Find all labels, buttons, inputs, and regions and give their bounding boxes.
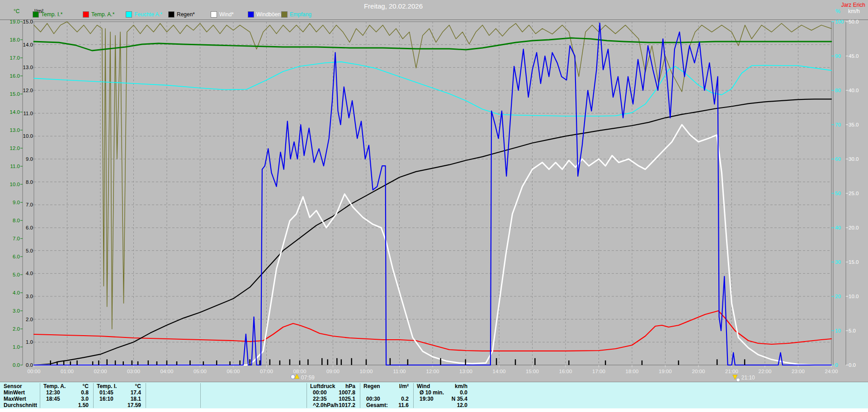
svg-text:15:00: 15:00 <box>526 369 539 374</box>
svg-text:6.0: 6.0 <box>13 254 20 259</box>
stat-value: 0.0 <box>415 389 467 396</box>
stat-value: 1007.8 <box>308 389 355 396</box>
svg-text:7.0: 7.0 <box>26 202 33 207</box>
svg-text:06:00: 06:00 <box>227 369 240 374</box>
svg-text:20.0: 20.0 <box>849 225 859 230</box>
svg-text:80: 80 <box>835 88 841 93</box>
axis-wind-right: 0.05.010.015.020.025.030.035.040.045.050… <box>846 19 859 368</box>
svg-text:3.0: 3.0 <box>13 308 20 314</box>
bottom-strip <box>0 408 868 412</box>
svg-text:40: 40 <box>835 225 841 230</box>
stat-value: 0.2 <box>362 396 409 402</box>
svg-text:5.0: 5.0 <box>26 248 33 253</box>
stat-value: N 35.4 <box>415 396 467 402</box>
svg-text:03:00: 03:00 <box>127 369 140 374</box>
svg-text:40.0: 40.0 <box>849 88 859 93</box>
table-separator <box>146 383 146 408</box>
svg-text:09:00: 09:00 <box>326 369 340 374</box>
svg-text:4.0: 4.0 <box>26 271 33 276</box>
svg-text:70: 70 <box>835 122 841 127</box>
svg-text:7.0: 7.0 <box>13 236 20 241</box>
svg-text:100: 100 <box>835 19 844 24</box>
svg-text:1.0: 1.0 <box>26 339 33 345</box>
grid <box>34 22 831 365</box>
stat-value: 17.4 <box>95 389 141 396</box>
svg-text:0: 0 <box>835 362 838 368</box>
weather-app-window: Freitag, 20.02.2026 Jarz Erich °C l/m² %… <box>0 0 868 412</box>
svg-text:14.0: 14.0 <box>23 42 33 47</box>
svg-text:20: 20 <box>835 294 841 299</box>
svg-text:12.0: 12.0 <box>10 145 20 151</box>
svg-text:14.0: 14.0 <box>10 109 20 115</box>
svg-text:08:00: 08:00 <box>293 369 307 374</box>
stat-row-label: Sensor <box>4 383 22 389</box>
svg-text:10:00: 10:00 <box>360 369 373 374</box>
svg-text:23:00: 23:00 <box>792 369 805 374</box>
svg-text:07:59: 07:59 <box>301 375 315 381</box>
svg-text:0.0: 0.0 <box>26 362 33 368</box>
svg-text:11.0: 11.0 <box>23 111 33 116</box>
svg-text:11.0: 11.0 <box>10 164 20 169</box>
stat-value: 1017.2 <box>308 402 355 408</box>
svg-text:6.0: 6.0 <box>26 225 33 230</box>
svg-text:01:00: 01:00 <box>61 369 74 374</box>
stat-row-label: Durchschnitt <box>4 402 37 408</box>
svg-text:17:00: 17:00 <box>592 369 605 374</box>
svg-text:10: 10 <box>835 328 841 333</box>
svg-text:15.0: 15.0 <box>10 91 20 97</box>
stat-row-label: MinWert <box>4 389 25 396</box>
stat-col-unit: km/h <box>415 383 467 389</box>
stat-col-unit: l/m² <box>362 383 409 389</box>
svg-text:15.0: 15.0 <box>849 259 859 265</box>
table-separator <box>360 383 360 408</box>
sunset-marker: 21:10 <box>733 375 755 382</box>
svg-text:21:00: 21:00 <box>725 369 738 374</box>
svg-text:8.0: 8.0 <box>26 179 33 185</box>
svg-text:5.0: 5.0 <box>849 328 856 333</box>
series-windboeen <box>34 23 831 365</box>
svg-text:90: 90 <box>835 53 841 59</box>
svg-text:10.0: 10.0 <box>849 294 859 299</box>
svg-text:00:00: 00:00 <box>28 369 41 374</box>
svg-text:19.0: 19.0 <box>10 19 20 24</box>
stat-value: 1.50 <box>42 402 89 408</box>
svg-text:21:10: 21:10 <box>741 375 755 381</box>
svg-text:15.0: 15.0 <box>23 19 33 24</box>
table-separator <box>40 383 40 408</box>
svg-text:05:00: 05:00 <box>193 369 207 374</box>
stat-value: 1025.1 <box>308 396 355 402</box>
stat-value: 11.6 <box>362 402 409 408</box>
svg-text:5.0: 5.0 <box>13 272 20 277</box>
svg-text:4.0: 4.0 <box>13 290 20 295</box>
svg-text:50: 50 <box>835 191 841 196</box>
svg-text:13.0: 13.0 <box>23 65 33 70</box>
svg-text:11:00: 11:00 <box>393 369 406 374</box>
stat-col-unit: °C <box>95 383 141 389</box>
svg-text:30: 30 <box>835 259 841 265</box>
stat-value: 18.1 <box>95 396 141 402</box>
stat-value: 3.0 <box>42 396 89 402</box>
axis-temp-left: 0.01.02.03.04.05.06.07.08.09.010.011.012… <box>10 19 23 368</box>
svg-text:14:00: 14:00 <box>493 369 506 374</box>
svg-text:1.0: 1.0 <box>13 344 20 350</box>
table-separator <box>413 383 414 408</box>
svg-text:30.0: 30.0 <box>849 156 859 162</box>
svg-text:9.0: 9.0 <box>26 156 33 162</box>
svg-text:8.0: 8.0 <box>13 218 20 223</box>
axis-time-bottom: 00:0001:0002:0003:0004:0005:0006:0007:00… <box>28 365 838 374</box>
table-separator <box>200 383 201 408</box>
svg-text:10.0: 10.0 <box>10 182 20 187</box>
svg-text:35.0: 35.0 <box>849 122 859 127</box>
svg-text:19:00: 19:00 <box>659 369 672 374</box>
svg-text:18.0: 18.0 <box>10 37 20 42</box>
rain-event-ticks <box>51 358 745 365</box>
stat-value: 12.0 <box>415 402 467 408</box>
stat-value: 17.59 <box>95 402 141 408</box>
stat-value: 0.8 <box>42 389 89 396</box>
stats-table: SensorMinWertMaxWertDurchschnittTemp. A.… <box>0 382 868 409</box>
series-temp_a <box>34 311 831 351</box>
stat-col-unit: °C <box>42 383 89 389</box>
svg-text:13:00: 13:00 <box>459 369 472 374</box>
svg-text:2.0: 2.0 <box>13 326 20 332</box>
svg-text:50.0: 50.0 <box>849 19 859 24</box>
